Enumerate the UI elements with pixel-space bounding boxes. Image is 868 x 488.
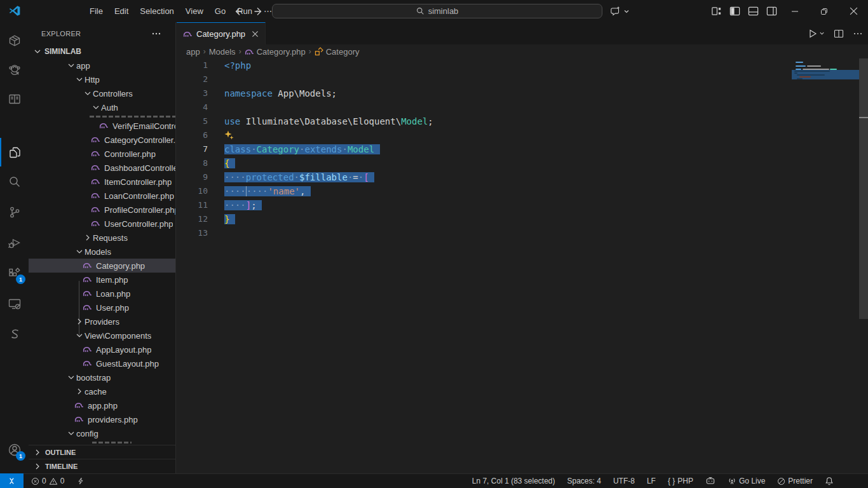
tree-item-guestlayout-php[interactable]: GuestLayout.php [29, 356, 175, 370]
tree-root-siminlab[interactable]: SIMINLAB [29, 44, 175, 58]
toggle-primary-sidebar-icon[interactable] [729, 5, 741, 17]
restore-button[interactable] [810, 0, 839, 22]
explorer-icon[interactable] [0, 138, 29, 166]
breadcrumb-item-category[interactable]: Category [315, 47, 360, 57]
tree-item-label: Controller.php [104, 149, 156, 159]
scrollbar-thumb[interactable] [859, 58, 868, 319]
menu-file[interactable]: File [84, 3, 109, 20]
extensions-icon[interactable]: 1 [0, 259, 29, 287]
tree-item-providers[interactable]: Providers [29, 315, 175, 329]
code-line-10[interactable]: 10········'name', [177, 184, 868, 198]
tree-item-providers-php[interactable]: providers.php [29, 412, 175, 426]
copilot-sparkle-icon[interactable] [224, 130, 234, 140]
copilot-status-icon[interactable] [702, 474, 719, 488]
tree-item-dashboardcontroller-php[interactable]: DashboardController.php [29, 161, 175, 175]
tree-item-bootstrap[interactable]: bootstrap [29, 370, 175, 384]
encoding-setting[interactable]: UTF-8 [609, 474, 639, 488]
code-line-4[interactable]: 4 [177, 100, 868, 114]
tree-item-profilecontroller-php[interactable]: ProfileController.php [29, 203, 175, 217]
eol-setting[interactable]: LF [643, 474, 660, 488]
cursor-position[interactable]: Ln 7, Col 1 (83 selected) [468, 474, 559, 488]
code-line-5[interactable]: 5use Illuminate\Database\Eloquent\Model; [177, 114, 868, 128]
menu-view[interactable]: View [180, 3, 209, 20]
code-line-13[interactable]: 13 [177, 226, 868, 240]
split-editor-icon[interactable] [834, 29, 844, 39]
copilot-button[interactable] [610, 4, 630, 18]
accounts-icon[interactable]: 1 [0, 435, 29, 464]
tree-item-requests[interactable]: Requests [29, 231, 175, 245]
tree-item-item-php[interactable]: Item.php [29, 273, 175, 287]
explorer-more-actions-icon[interactable] [151, 29, 161, 39]
tree-item-app[interactable]: app [29, 58, 175, 72]
tree-item-view-components[interactable]: View\Components [29, 329, 175, 342]
source-control-icon[interactable] [0, 198, 29, 226]
tree-item-http[interactable]: Http [29, 72, 175, 86]
book-docs-icon[interactable] [0, 85, 29, 113]
monkey-extension-icon[interactable] [0, 55, 29, 84]
close-window-button[interactable] [839, 0, 868, 22]
tree-item-category-php[interactable]: Category.php [29, 259, 175, 273]
minimize-button[interactable] [780, 0, 810, 22]
breadcrumb-item-models[interactable]: Models [209, 47, 236, 57]
timeline-section[interactable]: TIMELINE [29, 459, 175, 473]
tree-item-models[interactable]: Models [29, 245, 175, 259]
code-line-text: ····protected·$fillable·=·[ [224, 170, 374, 184]
remote-indicator[interactable] [0, 473, 24, 488]
code-line-1[interactable]: 1<?php [177, 58, 868, 72]
editor-more-actions-icon[interactable] [853, 29, 863, 39]
tab-close-icon[interactable] [252, 30, 259, 37]
tree-item-categorycontroller-php[interactable]: CategoryController.php [29, 133, 175, 147]
container-tools-icon[interactable] [0, 26, 29, 55]
menu-edit[interactable]: Edit [109, 3, 134, 20]
toggle-secondary-sidebar-icon[interactable] [766, 5, 778, 17]
problems-indicator[interactable]: 0 0 [27, 474, 68, 488]
customize-layout-icon[interactable] [710, 5, 722, 17]
code-editor[interactable]: 1<?php23namespace App\Models;45use Illum… [177, 58, 868, 473]
command-center-search[interactable]: siminlab [272, 4, 602, 18]
code-line-11[interactable]: 11····]; [177, 198, 868, 212]
tree-item-controllers[interactable]: Controllers [29, 86, 175, 100]
tree-item-controller-php[interactable]: Controller.php [29, 147, 175, 161]
tree-item-cache[interactable]: cache [29, 384, 175, 398]
go-live-button[interactable]: Go Live [724, 474, 769, 488]
tab-category-php[interactable]: Category.php [177, 22, 266, 44]
remote-explorer-icon[interactable] [0, 289, 29, 318]
prettier-status[interactable]: Prettier [773, 474, 817, 488]
tree-item-usercontroller-php[interactable]: UserController.php [29, 217, 175, 231]
run-code-button[interactable] [808, 29, 825, 39]
language-mode[interactable]: { } PHP [664, 474, 697, 488]
code-line-6[interactable]: 6 [177, 128, 868, 142]
tree-item-loancontroller-php[interactable]: LoanController.php [29, 189, 175, 203]
breadcrumb-separator: › [238, 47, 242, 56]
tree-item-app-php[interactable]: app.php [29, 398, 175, 412]
tree-item-verifyemailcontroller-php[interactable]: VerifyEmailController.php [29, 119, 175, 133]
breadcrumb-item-app[interactable]: app [186, 47, 200, 57]
minimap[interactable] [793, 60, 859, 137]
ports-indicator[interactable] [73, 474, 88, 488]
menu-go[interactable]: Go [209, 3, 231, 20]
editor-scrollbar[interactable] [859, 58, 868, 473]
search-view-icon[interactable] [0, 167, 29, 196]
code-line-2[interactable]: 2 [177, 72, 868, 86]
tree-item-config[interactable]: config [29, 426, 175, 440]
tree-item-loan-php[interactable]: Loan.php [29, 287, 175, 301]
tree-item-auth[interactable]: Auth [29, 100, 175, 114]
tree-item-applayout-php[interactable]: AppLayout.php [29, 342, 175, 356]
nav-forward-icon[interactable] [253, 6, 263, 17]
code-line-3[interactable]: 3namespace App\Models; [177, 86, 868, 100]
s-logo-extension-icon[interactable] [0, 320, 29, 348]
outline-section[interactable]: OUTLINE [29, 445, 175, 459]
run-debug-icon[interactable] [0, 228, 29, 257]
code-line-9[interactable]: 9····protected·$fillable·=·[ [177, 170, 868, 184]
breadcrumb-item-category-php[interactable]: Category.php [245, 47, 306, 57]
tree-item-itemcontroller-php[interactable]: ItemController.php [29, 175, 175, 189]
code-line-8[interactable]: 8{ [177, 156, 868, 170]
notifications-bell-icon[interactable] [821, 474, 837, 488]
menu-selection[interactable]: Selection [134, 3, 179, 20]
toggle-panel-icon[interactable] [747, 5, 759, 17]
code-line-12[interactable]: 12} [177, 212, 868, 226]
indentation-setting[interactable]: Spaces: 4 [564, 474, 605, 488]
nav-back-icon[interactable] [234, 6, 244, 17]
tree-item-user-php[interactable]: User.php [29, 301, 175, 315]
code-line-7[interactable]: 7class·Category·extends·Model [177, 142, 868, 156]
